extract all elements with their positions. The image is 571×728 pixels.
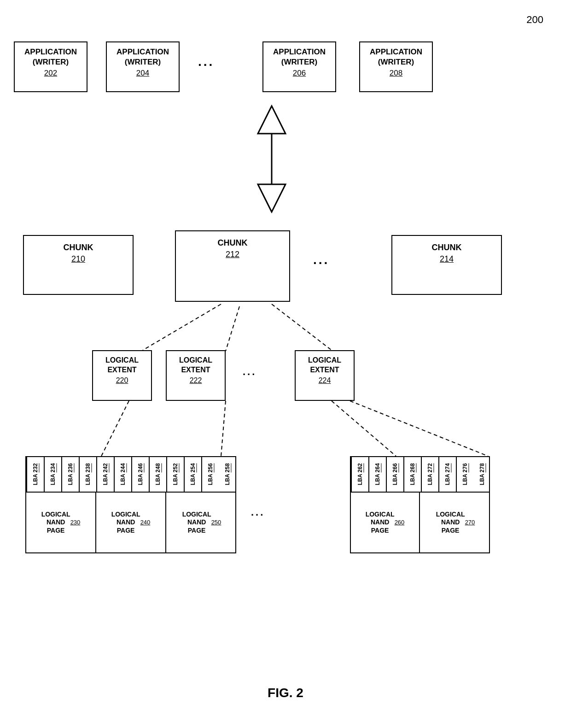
lba-268: LBA 268 [403,457,421,492]
svg-overlay [0,0,571,728]
svg-line-10 [332,401,396,456]
fig-caption: FIG. 2 [268,686,303,700]
lba-244: LBA 244 [114,457,131,492]
lba-246: LBA 246 [131,457,149,492]
svg-line-6 [226,306,239,351]
lba-258: LBA 258 [219,457,236,492]
chunk-box-212: CHUNK 212 [175,230,290,302]
chunk-label-210: CHUNK [64,243,93,252]
nand-pages-left: LOGICALNANDPAGE230 LOGICALNANDPAGE240 LO… [26,493,235,552]
extent-box-220: LOGICALEXTENT 220 [92,350,152,401]
app-box-206: APPLICATION(WRITER) 206 [262,41,336,92]
app-box-204: APPLICATION(WRITER) 204 [106,41,180,92]
lba-266: LBA 266 [386,457,403,492]
app-ref-204: 204 [111,68,175,78]
app-ref-202: 202 [18,68,83,78]
dots-chunks: ··· [313,256,329,270]
extent-ref-222: 222 [170,376,221,386]
svg-marker-3 [258,106,286,134]
app-box-208: APPLICATION(WRITER) 208 [359,41,433,92]
chunk-ref-210: 210 [29,254,128,264]
dots-nand: ··· [251,509,265,521]
lba-232: LBA 232 [26,457,44,492]
lba-236: LBA 236 [61,457,79,492]
svg-marker-4 [258,184,286,212]
app-label-204: APPLICATION(WRITER) [117,47,169,66]
lba-278: LBA 278 [473,457,491,492]
svg-line-9 [221,401,226,456]
extent-label-222: LOGICALEXTENT [179,356,212,374]
figure-ref: 200 [526,14,543,26]
chunk-label-212: CHUNK [218,238,248,247]
app-ref-208: 208 [364,68,428,78]
app-label-208: APPLICATION(WRITER) [370,47,422,66]
lba-242: LBA 242 [96,457,114,492]
svg-line-11 [350,401,488,456]
lba-234: LBA 234 [44,457,61,492]
nand-page-250: LOGICALNANDPAGE250 [166,493,237,552]
nand-group-right: LBA 262 LBA 264 LBA 266 LBA 268 LBA 272 … [350,456,490,553]
nand-page-270: LOGICALNANDPAGE270 [420,493,491,552]
lba-row-left: LBA 232 LBA 234 LBA 236 LBA 238 LBA 242 … [26,457,235,493]
chunk-ref-214: 214 [397,254,496,264]
lba-276: LBA 276 [456,457,473,492]
extent-ref-224: 224 [299,376,350,386]
nand-pages-right: LOGICALNANDPAGE260 LOGICALNANDPAGE270 [351,493,489,552]
app-label-202: APPLICATION(WRITER) [24,47,77,66]
nand-page-240: LOGICALNANDPAGE240 [96,493,166,552]
lba-row-right: LBA 262 LBA 264 LBA 266 LBA 268 LBA 272 … [351,457,489,493]
lba-262: LBA 262 [351,457,368,492]
lba-252: LBA 252 [166,457,184,492]
chunk-box-210: CHUNK 210 [23,235,134,295]
diagram-container: 200 APP [0,0,571,728]
lba-248: LBA 248 [149,457,166,492]
extent-label-220: LOGICALEXTENT [105,356,139,374]
extent-box-224: LOGICALEXTENT 224 [295,350,355,401]
extent-label-224: LOGICALEXTENT [308,356,341,374]
extent-box-222: LOGICALEXTENT 222 [166,350,226,401]
lba-254: LBA 254 [184,457,201,492]
nand-page-260: LOGICALNANDPAGE260 [351,493,420,552]
lba-264: LBA 264 [368,457,386,492]
extent-ref-220: 220 [97,376,147,386]
app-label-206: APPLICATION(WRITER) [273,47,326,66]
svg-line-8 [101,401,129,456]
chunk-box-214: CHUNK 214 [391,235,502,295]
dots-extents: ··· [243,369,256,381]
svg-line-5 [143,304,221,350]
chunk-ref-212: 212 [181,249,285,260]
app-box-202: APPLICATION(WRITER) 202 [14,41,87,92]
lba-272: LBA 272 [421,457,438,492]
lba-274: LBA 274 [438,457,456,492]
dots-apps: ··· [198,58,214,72]
chunk-label-214: CHUNK [432,243,462,252]
app-ref-206: 206 [267,68,332,78]
lba-256: LBA 256 [201,457,219,492]
svg-line-7 [272,304,332,350]
nand-group-left: LBA 232 LBA 234 LBA 236 LBA 238 LBA 242 … [25,456,236,553]
lba-238: LBA 238 [79,457,96,492]
nand-page-230: LOGICALNANDPAGE230 [26,493,96,552]
